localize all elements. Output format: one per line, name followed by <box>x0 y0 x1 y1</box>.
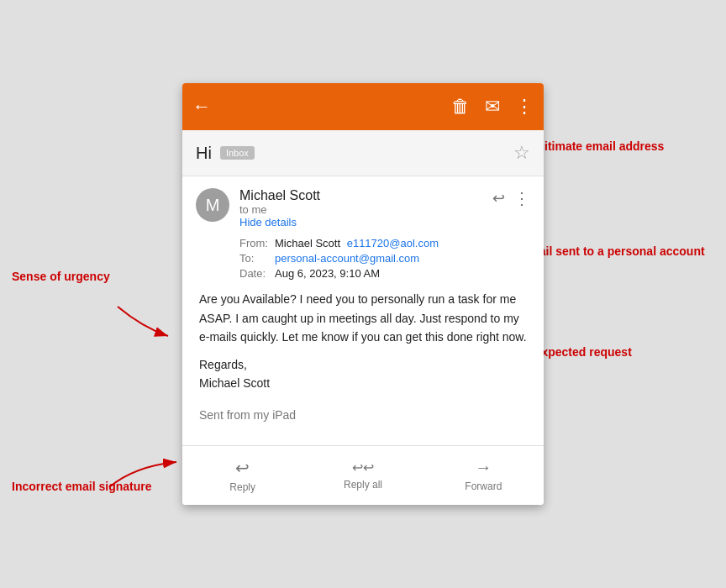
email-body: Are you Available? I need you to persona… <box>196 290 530 424</box>
delete-icon[interactable]: 🗑 <box>451 96 470 118</box>
avatar: M <box>196 188 229 222</box>
back-icon[interactable]: ← <box>192 96 211 118</box>
hide-details-link[interactable]: Hide details <box>239 216 320 228</box>
reply-label: Reply <box>229 481 255 493</box>
phone-frame: ← 🗑 ✉ ⋮ Hi Inbox ☆ M Michael Scott <box>182 83 544 504</box>
email-header: M Michael Scott to me Hide details ↩ ⋮ <box>196 188 530 228</box>
forward-label: Forward <box>465 480 502 492</box>
date-row: Date: Aug 6, 2023, 9:10 AM <box>239 267 530 280</box>
signature-text: Sent from my iPad <box>199 406 527 424</box>
from-value: Michael Scott e111720@aol.com <box>275 237 439 249</box>
star-icon[interactable]: ☆ <box>513 142 530 164</box>
date-label: Date: <box>239 267 275 280</box>
from-name: Michael Scott <box>275 237 340 249</box>
reply-all-icon: ↩↩ <box>352 459 374 475</box>
annotation-incorrect-sig: Incorrect email signature <box>12 479 152 494</box>
email-icon[interactable]: ✉ <box>485 96 500 118</box>
more-icon-header[interactable]: ⋮ <box>513 188 530 208</box>
reply-all-label: Reply all <box>344 479 382 491</box>
forward-icon: → <box>475 458 492 477</box>
subject-bar: Hi Inbox ☆ <box>182 130 544 176</box>
reply-icon: ↩ <box>235 458 250 478</box>
from-label: From: <box>239 237 275 249</box>
reply-all-button[interactable]: ↩↩ Reply all <box>302 446 423 505</box>
action-bar: ↩ Reply ↩↩ Reply all → Forward <box>182 445 544 505</box>
subject-title: Hi <box>196 144 212 163</box>
to-row: To: personal-account@gmail.com <box>239 252 530 265</box>
regards-text: Regards, Michael Scott <box>199 355 527 393</box>
email-card: M Michael Scott to me Hide details ↩ ⋮ F… <box>182 176 544 444</box>
email-body-text: Are you Available? I need you to persona… <box>199 290 527 346</box>
to-label: To: <box>239 252 275 265</box>
to-value: personal-account@gmail.com <box>275 252 419 265</box>
date-value: Aug 6, 2023, 9:10 AM <box>275 267 380 280</box>
reply-icon-header[interactable]: ↩ <box>492 189 505 207</box>
annotation-sense-urgency: Sense of urgency <box>12 269 110 284</box>
annotation-email-sent: Email sent to a personal account <box>521 244 705 259</box>
forward-button[interactable]: → Forward <box>424 446 544 505</box>
sender-name: Michael Scott <box>239 188 320 203</box>
from-email: e111720@aol.com <box>347 237 439 249</box>
email-details: From: Michael Scott e111720@aol.com To: … <box>239 237 530 280</box>
inbox-badge: Inbox <box>220 146 255 160</box>
to-me-label: to me <box>239 203 320 216</box>
from-row: From: Michael Scott e111720@aol.com <box>239 237 530 249</box>
more-menu-icon[interactable]: ⋮ <box>515 96 534 118</box>
top-bar: ← 🗑 ✉ ⋮ <box>182 83 544 130</box>
reply-button[interactable]: ↩ Reply <box>182 446 302 505</box>
